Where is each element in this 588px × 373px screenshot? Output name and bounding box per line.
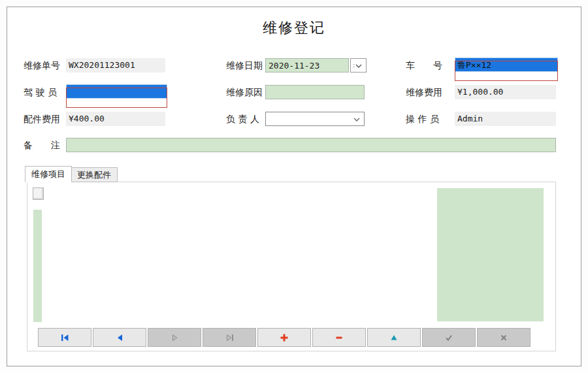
repair-registration-window: 维修登记 维修单号 WX20201123001 维修日期 2020-11-23 … bbox=[7, 7, 581, 366]
repair-cost-label: 维修费用 bbox=[406, 85, 442, 99]
splitter-dots-icon: : bbox=[353, 61, 355, 70]
operator-label: 操 作 员 bbox=[406, 112, 439, 126]
manager-combobox[interactable] bbox=[265, 112, 365, 126]
nav-prior-button[interactable] bbox=[93, 328, 146, 347]
grid-memo-column bbox=[437, 188, 544, 321]
repair-items-grid[interactable] bbox=[27, 182, 556, 351]
nav-edit-button[interactable] bbox=[367, 328, 421, 347]
tab-replaced-parts[interactable]: 更换配件 bbox=[71, 167, 118, 182]
vehicle-no-required-outline bbox=[455, 61, 558, 81]
x-icon bbox=[499, 333, 508, 342]
prior-record-icon bbox=[115, 333, 125, 342]
parts-cost-field: ¥400.00 bbox=[66, 112, 165, 126]
repair-date-label: 维修日期 bbox=[226, 58, 263, 73]
vehicle-no-label: 车 号 bbox=[406, 58, 442, 73]
tab-repair-items[interactable]: 维修项目 bbox=[25, 166, 72, 182]
repair-date-picker[interactable]: 2020-11-23 : bbox=[265, 58, 367, 73]
grid-indicator-column bbox=[33, 210, 42, 322]
nav-delete-button[interactable] bbox=[312, 328, 366, 347]
remarks-field[interactable] bbox=[66, 138, 556, 152]
nav-cancel-button[interactable] bbox=[477, 328, 531, 347]
check-icon bbox=[444, 333, 453, 342]
driver-required-outline bbox=[66, 88, 167, 108]
driver-combobox[interactable] bbox=[66, 84, 167, 108]
minus-icon bbox=[335, 333, 344, 342]
repair-reason-field[interactable] bbox=[265, 85, 365, 99]
nav-post-button[interactable] bbox=[422, 328, 476, 347]
last-record-icon bbox=[225, 333, 235, 342]
order-no-label: 维修单号 bbox=[24, 58, 60, 73]
repair-cost-field: ¥1,000.00 bbox=[455, 85, 556, 99]
manager-label: 负 责 人 bbox=[226, 112, 259, 126]
driver-label: 驾 驶 员 bbox=[24, 85, 57, 99]
first-record-icon bbox=[60, 333, 70, 342]
nav-next-button[interactable] bbox=[148, 328, 201, 347]
nav-insert-button[interactable] bbox=[257, 328, 311, 347]
operator-field: Admin bbox=[455, 112, 556, 126]
chevron-down-icon bbox=[355, 64, 362, 68]
vehicle-no-combobox[interactable]: 鲁P××12 bbox=[455, 57, 558, 82]
parts-cost-label: 配件费用 bbox=[24, 112, 60, 126]
nav-last-button[interactable] bbox=[203, 328, 256, 347]
order-no-field: WX20201123001 bbox=[66, 58, 165, 73]
remarks-label: 备 注 bbox=[24, 138, 60, 152]
nav-first-button[interactable] bbox=[38, 328, 91, 347]
plus-icon bbox=[280, 333, 289, 342]
repair-date-field[interactable]: 2020-11-23 bbox=[265, 58, 349, 73]
chevron-down-icon bbox=[353, 118, 360, 122]
grid-indicator-header bbox=[33, 187, 44, 200]
db-navigator bbox=[38, 328, 531, 347]
repair-date-dropdown-button[interactable]: : bbox=[350, 58, 367, 73]
next-record-icon bbox=[170, 333, 180, 342]
repair-reason-label: 维修原因 bbox=[226, 85, 263, 99]
triangle-up-icon bbox=[389, 333, 399, 342]
page-title: 维修登记 bbox=[7, 18, 581, 38]
